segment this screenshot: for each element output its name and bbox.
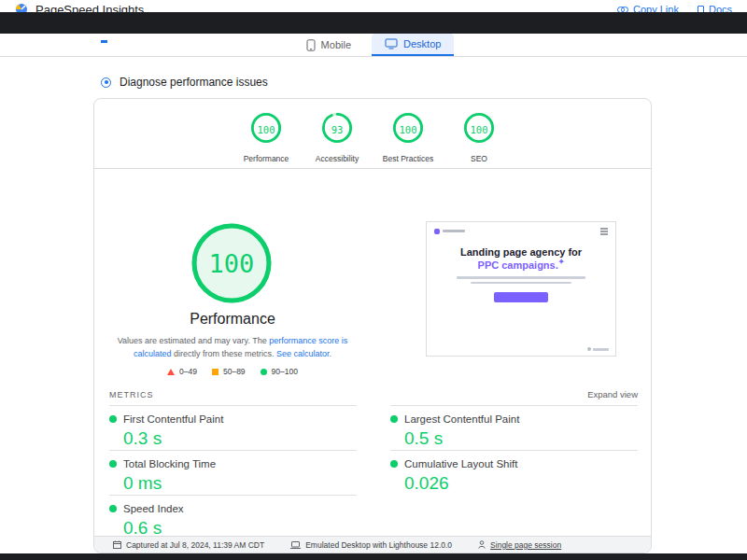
calendar-icon bbox=[113, 540, 121, 549]
seo-gauge: 100 bbox=[463, 112, 495, 147]
app-title: PageSpeed Insights bbox=[35, 3, 144, 13]
person-icon bbox=[478, 540, 486, 549]
session-type: Single page session bbox=[478, 540, 561, 550]
diagnose-section-header: Diagnose performance issues bbox=[101, 76, 268, 89]
accessibility-gauge: 93 bbox=[321, 112, 353, 147]
category-scores-row: 100 Performance 93 Accessibility bbox=[94, 112, 651, 163]
metric-name: Cumulative Layout Shift bbox=[404, 458, 517, 469]
app-brand[interactable]: PageSpeed Insights bbox=[15, 3, 144, 13]
legend-average: 50–89 bbox=[212, 367, 246, 376]
docs-link[interactable]: Docs bbox=[698, 4, 732, 12]
score-disclaimer: Values are estimated and may vary. The p… bbox=[107, 335, 358, 361]
performance-panel-title: Performance bbox=[94, 311, 371, 328]
captured-at-text: Captured at Jul 8, 2024, 11:39 AM CDT bbox=[126, 540, 264, 550]
seo-score-value: 100 bbox=[463, 112, 495, 147]
metric-name: Largest Contentful Paint bbox=[404, 413, 519, 425]
best-practices-score-label: Best Practices bbox=[383, 154, 433, 163]
accessibility-score-value: 93 bbox=[321, 112, 353, 147]
metric-cumulative-layout-shift: Cumulative Layout Shift 0.026 bbox=[390, 450, 638, 495]
thumbnail-menu-icon bbox=[600, 228, 608, 235]
metric-value: 0.026 bbox=[404, 473, 638, 494]
performance-gauge: 100 bbox=[250, 112, 282, 147]
card-divider bbox=[94, 168, 651, 169]
average-square-icon bbox=[212, 369, 218, 375]
metric-name: First Contentful Paint bbox=[123, 413, 223, 425]
thumbnail-heading-line2: PPC campaigns.✦ bbox=[427, 258, 615, 271]
performance-main-gauge: 100 bbox=[190, 221, 274, 305]
best-practices-score-value: 100 bbox=[392, 112, 424, 147]
dark-bottom-strip bbox=[0, 553, 747, 560]
metric-value: 0.3 s bbox=[123, 428, 357, 449]
tab-desktop-label: Desktop bbox=[403, 38, 441, 49]
pass-dot-icon bbox=[390, 460, 398, 468]
desktop-monitor-icon bbox=[385, 38, 398, 49]
disclaimer-text-mid: directly from these metrics. bbox=[171, 349, 276, 358]
metrics-heading: METRICS bbox=[109, 390, 154, 399]
pass-dot-icon bbox=[109, 415, 117, 423]
legend-fail: 0–49 bbox=[167, 367, 197, 376]
metrics-grid: First Contentful Paint 0.3 s Total Block… bbox=[109, 405, 638, 539]
thumbnail-cta-button bbox=[494, 292, 548, 302]
thumbnail-heading-line1: Landing page agency for bbox=[427, 246, 615, 258]
performance-score-value: 100 bbox=[250, 112, 282, 147]
metric-name: Total Blocking Time bbox=[123, 458, 216, 469]
fail-triangle-icon bbox=[167, 369, 175, 375]
metric-first-contentful-paint: First Contentful Paint 0.3 s bbox=[109, 405, 357, 450]
tab-mobile-label: Mobile bbox=[321, 39, 351, 50]
legend-average-range: 50–89 bbox=[223, 367, 246, 376]
capture-info-footer: Captured at Jul 8, 2024, 11:39 AM CDT Em… bbox=[94, 536, 651, 553]
pass-circle-icon bbox=[261, 369, 267, 375]
disclaimer-text: Values are estimated and may vary. The bbox=[118, 336, 270, 345]
clipped-element bbox=[101, 40, 107, 43]
environment-text: Emulated Desktop with Lighthouse 12.0.0 bbox=[305, 540, 452, 550]
score-performance[interactable]: 100 Performance bbox=[233, 112, 300, 163]
accessibility-score-label: Accessibility bbox=[316, 154, 359, 163]
metric-largest-contentful-paint: Largest Contentful Paint 0.5 s bbox=[390, 405, 638, 450]
score-seo[interactable]: 100 SEO bbox=[445, 112, 513, 163]
copy-link-label: Copy Link bbox=[633, 4, 679, 12]
legend-pass-range: 90–100 bbox=[272, 367, 298, 376]
pass-dot-icon bbox=[390, 415, 398, 423]
pagespeed-logo-icon bbox=[15, 3, 28, 12]
legend-fail-range: 0–49 bbox=[179, 367, 197, 376]
pass-dot-icon bbox=[109, 505, 117, 512]
doc-icon bbox=[698, 6, 704, 13]
seo-score-label: SEO bbox=[471, 154, 487, 163]
tab-mobile[interactable]: Mobile bbox=[293, 34, 364, 56]
session-type-text[interactable]: Single page session bbox=[490, 540, 561, 550]
metric-speed-index: Speed Index 0.6 s bbox=[109, 495, 357, 539]
metric-value: 0.5 s bbox=[404, 428, 638, 449]
score-accessibility[interactable]: 93 Accessibility bbox=[303, 112, 371, 163]
performance-score-label: Performance bbox=[244, 154, 289, 163]
sparkle-icon: ✦ bbox=[558, 258, 565, 266]
metric-name: Speed Index bbox=[123, 503, 184, 514]
score-legend: 0–49 50–89 90–100 bbox=[94, 367, 371, 376]
final-screenshot-thumbnail[interactable]: Landing page agency for PPC campaigns.✦ bbox=[426, 221, 616, 357]
copy-link-button[interactable]: Copy Link bbox=[617, 4, 679, 12]
expand-view-link[interactable]: Expand view bbox=[587, 389, 638, 399]
legend-pass: 90–100 bbox=[261, 367, 298, 376]
pagespeed-insights-page: PageSpeed Insights Copy Link Docs Mobil bbox=[0, 0, 747, 560]
best-practices-gauge: 100 bbox=[392, 112, 424, 147]
device-tabs: Mobile Desktop bbox=[0, 34, 747, 57]
section-title: Diagnose performance issues bbox=[120, 76, 268, 89]
thumbnail-subtext-lines bbox=[427, 276, 615, 284]
score-best-practices[interactable]: 100 Best Practices bbox=[374, 112, 442, 163]
pass-dot-icon bbox=[109, 460, 117, 468]
diagnose-icon bbox=[101, 77, 111, 88]
dark-banner bbox=[0, 12, 747, 34]
performance-main-score: 100 bbox=[190, 221, 274, 305]
metric-value: 0 ms bbox=[123, 473, 357, 494]
app-header: PageSpeed Insights Copy Link Docs bbox=[0, 0, 747, 12]
mobile-phone-icon bbox=[306, 39, 316, 51]
captured-at: Captured at Jul 8, 2024, 11:39 AM CDT bbox=[113, 540, 264, 550]
docs-label: Docs bbox=[709, 4, 732, 12]
see-calculator-link[interactable]: See calculator. bbox=[276, 349, 331, 358]
thumbnail-heading-purple: PPC campaigns. bbox=[478, 259, 558, 270]
thumbnail-footer-mark bbox=[587, 347, 609, 351]
emulated-environment: Emulated Desktop with Lighthouse 12.0.0 bbox=[290, 540, 452, 550]
thumbnail-site-logo bbox=[434, 229, 465, 234]
metric-total-blocking-time: Total Blocking Time 0 ms bbox=[109, 450, 357, 495]
tab-desktop[interactable]: Desktop bbox=[372, 34, 454, 56]
lighthouse-report-card: 100 Performance 93 Accessibility bbox=[93, 98, 652, 553]
